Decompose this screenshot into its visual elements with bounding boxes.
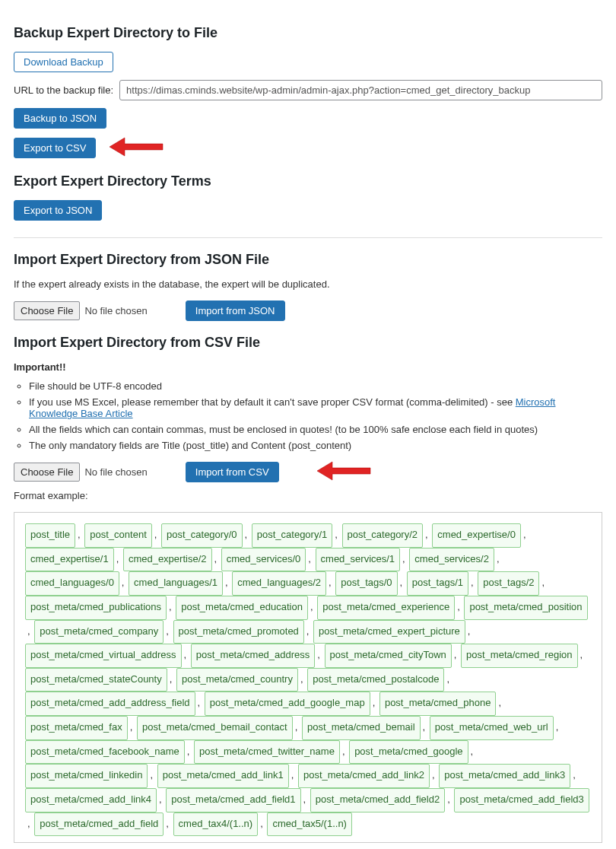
comma-separator: ,: [167, 601, 173, 612]
format-field-tag: post_meta/cmed_promoted: [173, 620, 304, 644]
comma-separator: ,: [25, 625, 32, 637]
export-terms-json-button[interactable]: Export to JSON: [14, 200, 102, 221]
format-field-tag: post_meta/cmed_experience: [317, 596, 455, 620]
no-file-csv-label: No file chosen: [84, 466, 147, 478]
download-backup-button[interactable]: Download Backup: [14, 52, 113, 72]
comma-separator: ,: [494, 553, 501, 564]
comma-separator: ,: [421, 721, 427, 733]
list-item-text: If you use MS Excel, please remember tha…: [29, 396, 516, 408]
comma-separator: ,: [326, 577, 333, 588]
format-field-tag: post_meta/cmed_virtual_address: [25, 644, 182, 668]
comma-separator: ,: [148, 769, 154, 781]
comma-separator: ,: [430, 769, 437, 781]
comma-separator: ,: [212, 553, 219, 564]
comma-separator: ,: [578, 649, 585, 660]
export-to-csv-button[interactable]: Export to CSV: [14, 138, 96, 158]
comma-separator: ,: [258, 818, 265, 829]
format-example-label: Format example:: [14, 490, 602, 501]
choose-file-json-button[interactable]: Choose File: [14, 301, 80, 320]
format-field-tag: post_meta/cmed_add_link3: [439, 764, 570, 788]
format-field-tag: post_meta/cmed_postalcode: [307, 668, 444, 692]
format-field-tag: post_meta/cmed_fax: [25, 716, 128, 740]
comma-separator: ,: [119, 577, 126, 588]
format-field-tag: post_meta/cmed_add_field1: [166, 788, 300, 812]
format-field-tag: post_category/1: [252, 523, 333, 548]
format-field-tag: post_tags/2: [478, 571, 539, 596]
comma-separator: ,: [308, 601, 315, 612]
format-field-tag: cmed_languages/1: [129, 571, 223, 596]
format-field-tag: cmed_services/0: [221, 548, 306, 572]
format-field-tag: post_meta/cmed_web_url: [430, 716, 554, 740]
comma-separator: ,: [554, 721, 560, 733]
comma-separator: ,: [164, 818, 170, 829]
backup-to-json-button[interactable]: Backup to JSON: [14, 108, 106, 129]
format-field-tag: cmed_languages/2: [232, 571, 326, 596]
comma-separator: ,: [306, 553, 313, 564]
list-item: If you use MS Excel, please remember tha…: [29, 396, 602, 419]
format-field-tag: cmed_services/2: [409, 548, 494, 572]
comma-separator: ,: [157, 793, 164, 805]
format-field-tag: post_meta/cmed_add_link2: [298, 764, 430, 788]
import-from-json-button[interactable]: Import from JSON: [186, 300, 285, 321]
comma-separator: ,: [332, 529, 339, 540]
format-field-tag: post_meta/cmed_stateCounty: [25, 668, 167, 692]
import-json-heading: Import Expert Directory from JSON File: [14, 252, 602, 268]
format-field-tag: post_meta/cmed_facebook_name: [25, 740, 185, 765]
format-field-tag: post_meta/cmed_add_google_map: [205, 692, 370, 716]
arrow-icon: [317, 460, 378, 484]
choose-file-csv-button[interactable]: Choose File: [14, 463, 80, 482]
arrow-icon: [110, 136, 170, 160]
format-field-tag: post_meta/cmed_bemail_contact: [137, 716, 293, 740]
export-terms-heading: Export Expert Directory Terms: [14, 173, 602, 189]
csv-notes-list: File should be UTF-8 encoded If you use …: [29, 380, 602, 451]
format-field-tag: post_meta/cmed_add_field: [34, 812, 164, 837]
format-field-tag: post_meta/cmed_address: [191, 644, 316, 668]
import-json-note: If the expert already exists in the data…: [14, 278, 602, 290]
format-field-tag: post_meta/cmed_expert_picture: [313, 620, 465, 644]
backup-url-label: URL to the backup file:: [14, 84, 113, 96]
list-item: File should be UTF-8 encoded: [29, 380, 602, 392]
import-from-csv-button[interactable]: Import from CSV: [186, 462, 279, 482]
comma-separator: ,: [128, 721, 135, 733]
format-field-tag: post_meta/cmed_bemail: [302, 716, 421, 740]
format-field-tag: cmed_tax5/(1..n): [267, 812, 352, 837]
format-field-tag: post_meta/cmed_add_link4: [25, 788, 157, 812]
format-field-tag: post_meta/cmed_company: [34, 620, 164, 644]
comma-separator: ,: [185, 746, 192, 757]
format-field-tag: post_category/0: [161, 523, 243, 548]
comma-separator: ,: [570, 769, 577, 781]
format-field-tag: post_tags/1: [407, 571, 468, 596]
comma-separator: ,: [400, 553, 407, 564]
format-field-tag: post_meta/cmed_add_field2: [310, 788, 445, 812]
no-file-json-label: No file chosen: [84, 305, 147, 316]
comma-separator: ,: [445, 793, 452, 805]
format-field-tag: post_meta/cmed_region: [461, 644, 577, 668]
format-field-tag: post_meta/cmed_publications: [25, 596, 167, 620]
backup-url-input[interactable]: [119, 80, 602, 100]
comma-separator: ,: [298, 673, 305, 685]
format-field-tag: cmed_expertise/1: [25, 548, 114, 572]
format-field-tag: post_tags/0: [335, 571, 397, 596]
format-field-tag: post_meta/cmed_cityTown: [325, 644, 452, 668]
format-field-tag: post_content: [84, 523, 151, 548]
comma-separator: ,: [182, 649, 189, 660]
comma-separator: ,: [223, 577, 230, 588]
comma-separator: ,: [468, 746, 475, 757]
format-field-tag: post_meta/cmed_add_link1: [157, 764, 289, 788]
comma-separator: ,: [301, 793, 308, 805]
comma-separator: ,: [398, 577, 405, 588]
format-field-tag: post_meta/cmed_education: [176, 596, 308, 620]
important-label: Important!!: [14, 361, 602, 373]
import-csv-heading: Import Expert Directory from CSV File: [14, 335, 602, 351]
comma-separator: ,: [152, 529, 159, 540]
comma-separator: ,: [114, 553, 121, 564]
format-field-tag: post_category/2: [342, 523, 424, 548]
format-field-tag: post_meta/cmed_linkedin: [25, 764, 148, 788]
comma-separator: ,: [75, 529, 82, 540]
comma-separator: ,: [243, 529, 249, 540]
format-field-tag: post_title: [25, 523, 75, 548]
comma-separator: ,: [25, 818, 32, 829]
comma-separator: ,: [539, 577, 546, 588]
comma-separator: ,: [452, 649, 459, 660]
comma-separator: ,: [340, 746, 347, 757]
